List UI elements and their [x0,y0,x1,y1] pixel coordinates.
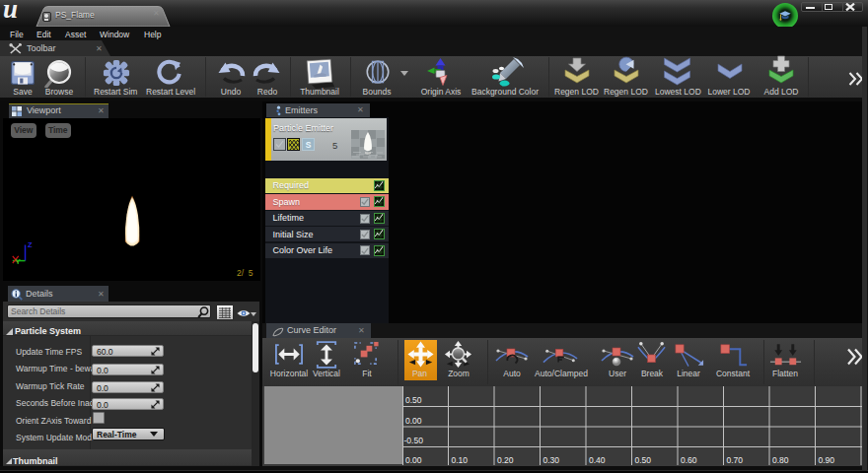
svg-text:0.60: 0.60 [681,455,697,465]
svg-text:0.30: 0.30 [543,455,560,465]
svg-text:-0.50: -0.50 [404,436,424,445]
svg-text:0.70: 0.70 [727,455,744,465]
svg-text:0.00: 0.00 [405,455,422,465]
svg-text:0.50: 0.50 [405,395,422,405]
svg-text:Z: Z [28,240,33,249]
svg-text:0.20: 0.20 [497,455,514,465]
svg-text:0.90: 0.90 [819,455,835,465]
svg-text:0.80: 0.80 [772,455,789,465]
svg-text:Y: Y [15,257,21,266]
svg-text:0.50: 0.50 [635,455,652,465]
svg-text:0.10: 0.10 [452,455,469,465]
svg-text:0.00: 0.00 [405,416,422,426]
svg-text:0.40: 0.40 [589,455,606,465]
